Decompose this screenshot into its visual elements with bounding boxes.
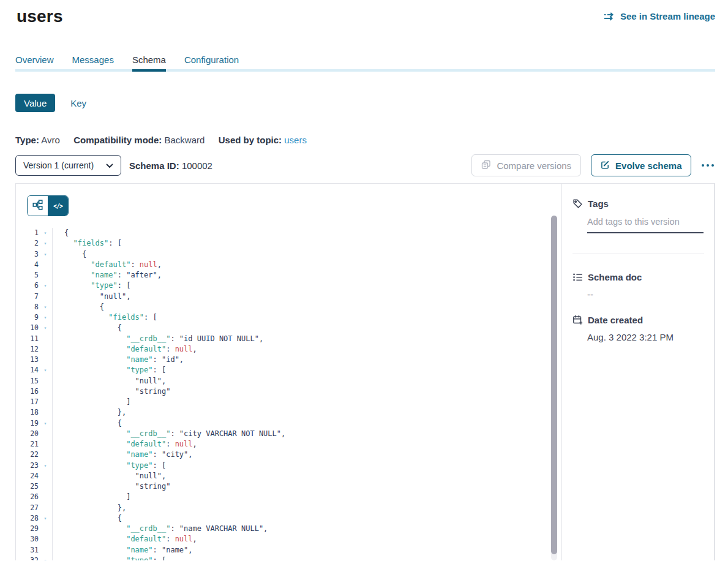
fold-gutter: [39, 450, 53, 460]
line-number: 21: [16, 439, 39, 450]
fold-toggle-icon[interactable]: ▾: [39, 312, 53, 323]
topic-link[interactable]: users: [284, 135, 307, 145]
compare-versions-button[interactable]: Compare versions: [471, 154, 581, 176]
fold-gutter: [39, 344, 53, 355]
code-line: 10▾ {: [16, 323, 561, 333]
fold-gutter: [39, 407, 53, 418]
fold-toggle-icon[interactable]: ▾: [39, 228, 53, 238]
tag-icon: [572, 198, 583, 209]
add-tags-input[interactable]: [587, 217, 704, 233]
code-text: },: [53, 503, 126, 513]
scrollbar-thumb[interactable]: [551, 216, 557, 554]
code-text: ]: [53, 492, 130, 502]
scrollbar-track[interactable]: [551, 216, 557, 560]
code-line: 4 "default": null,: [16, 260, 561, 270]
schema-panel: </> 1▾{2▾ "fields": [3▾ {4 "default": nu…: [15, 183, 715, 560]
code-line: 8▾ {: [16, 302, 561, 312]
tree-view-button[interactable]: [28, 196, 48, 216]
tab-schema[interactable]: Schema: [132, 55, 166, 72]
code-text: "type": [: [53, 461, 166, 471]
line-number: 18: [16, 407, 39, 418]
code-line: 25 "string": [16, 481, 561, 492]
fold-gutter: [39, 481, 53, 492]
line-number: 11: [16, 334, 39, 344]
code-text: "default": null,: [53, 534, 197, 544]
fold-gutter: [39, 524, 53, 534]
code-line: 32▾ "type": [: [16, 555, 561, 560]
fold-gutter: [39, 534, 53, 544]
fold-toggle-icon[interactable]: ▾: [39, 555, 53, 560]
code-text: "fields": [: [53, 312, 157, 323]
stream-lineage-link[interactable]: See in Stream lineage: [604, 11, 715, 21]
key-toggle-link[interactable]: Key: [70, 98, 86, 108]
line-number: 23: [16, 461, 39, 471]
schema-kind-toggle: Value Key: [15, 94, 715, 112]
tab-bar: Overview Messages Schema Configuration: [15, 55, 715, 72]
code-text: },: [53, 407, 126, 418]
tab-configuration[interactable]: Configuration: [184, 55, 239, 72]
code-text: "type": [: [53, 365, 166, 375]
more-actions-button[interactable]: [700, 162, 716, 170]
fold-toggle-icon[interactable]: ▾: [39, 513, 53, 524]
code-text: "default": null,: [53, 344, 197, 355]
schema-doc-value: --: [587, 289, 704, 299]
line-number: 6: [16, 280, 39, 291]
code-view-button[interactable]: </>: [48, 196, 68, 216]
code-line: 22 "name": "city",: [16, 450, 561, 460]
type-label: Type:: [15, 135, 39, 145]
code-line: 23▾ "type": [: [16, 461, 561, 471]
type-value: Avro: [41, 135, 60, 145]
schema-id-value: 100002: [182, 160, 212, 171]
schema-id: Schema ID: 100002: [129, 160, 212, 171]
line-number: 12: [16, 344, 39, 355]
tab-messages[interactable]: Messages: [72, 55, 114, 72]
line-number: 4: [16, 260, 39, 270]
code-text: "null",: [53, 376, 166, 386]
fold-gutter: [39, 429, 53, 439]
tags-section-header: Tags: [572, 198, 704, 209]
code-line: 30 "default": null,: [16, 534, 561, 544]
code-line: 5 "name": "after",: [16, 270, 561, 280]
code-text: "null",: [53, 471, 166, 481]
line-number: 19: [16, 418, 39, 429]
code-line: 3▾ {: [16, 249, 561, 260]
code-line: 28▾ {: [16, 513, 561, 524]
version-select[interactable]: Version 1 (current): [15, 155, 121, 176]
code-line: 7 "null",: [16, 292, 561, 302]
page-title: users: [17, 6, 63, 27]
chevron-down-icon: [106, 160, 113, 170]
fold-gutter: [39, 386, 53, 397]
line-number: 10: [16, 323, 39, 333]
code-line: 11 "__crdb__": "id UUID NOT NULL",: [16, 334, 561, 344]
fold-toggle-icon[interactable]: ▾: [39, 418, 53, 429]
version-bar: Version 1 (current) Schema ID: 100002 Co…: [15, 154, 715, 176]
fold-toggle-icon[interactable]: ▾: [39, 323, 53, 333]
fold-toggle-icon[interactable]: ▾: [39, 280, 53, 291]
tab-overview[interactable]: Overview: [15, 55, 54, 72]
fold-toggle-icon[interactable]: ▾: [39, 302, 53, 312]
schema-meta-row: Type: Avro Compatibility mode: Backward …: [15, 135, 715, 145]
code-text: {: [53, 228, 69, 238]
value-toggle-button[interactable]: Value: [15, 94, 55, 112]
code-line: 19▾ {: [16, 418, 561, 429]
code-line: 27 },: [16, 503, 561, 513]
evolve-schema-icon: [600, 160, 610, 171]
version-select-value: Version 1 (current): [23, 160, 94, 170]
fold-gutter: [39, 270, 53, 280]
fold-toggle-icon[interactable]: ▾: [39, 238, 53, 249]
evolve-schema-button[interactable]: Evolve schema: [591, 154, 691, 176]
code-line: 1▾{: [16, 228, 561, 238]
fold-toggle-icon[interactable]: ▾: [39, 461, 53, 471]
code-line: 20 "__crdb__": "city VARCHAR NOT NULL",: [16, 429, 561, 439]
code-view-icon: </>: [53, 203, 62, 209]
line-number: 26: [16, 492, 39, 502]
code-text: {: [53, 302, 104, 312]
schema-id-label: Schema ID:: [129, 160, 179, 171]
fold-toggle-icon[interactable]: ▾: [39, 249, 53, 260]
line-number: 2: [16, 238, 39, 249]
line-number: 1: [16, 228, 39, 238]
code-line: 9▾ "fields": [: [16, 312, 561, 323]
line-number: 27: [16, 503, 39, 513]
date-created-header: Date created: [572, 315, 704, 325]
fold-toggle-icon[interactable]: ▾: [39, 365, 53, 375]
